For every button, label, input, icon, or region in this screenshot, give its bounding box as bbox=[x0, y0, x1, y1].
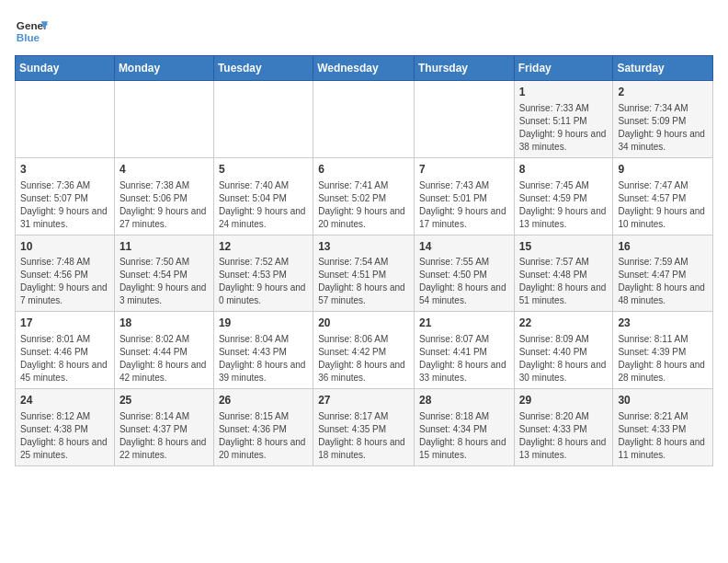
day-number: 30 bbox=[618, 393, 708, 408]
calendar-cell bbox=[213, 81, 313, 158]
calendar-cell: 19Sunrise: 8:04 AM Sunset: 4:43 PM Dayli… bbox=[213, 312, 313, 389]
calendar-cell: 23Sunrise: 8:11 AM Sunset: 4:39 PM Dayli… bbox=[613, 312, 713, 389]
day-number: 27 bbox=[318, 393, 409, 408]
calendar-cell: 15Sunrise: 7:57 AM Sunset: 4:48 PM Dayli… bbox=[514, 235, 613, 312]
day-info: Sunrise: 7:52 AM Sunset: 4:53 PM Dayligh… bbox=[219, 256, 308, 307]
calendar-cell bbox=[313, 81, 415, 158]
calendar-cell: 24Sunrise: 8:12 AM Sunset: 4:38 PM Dayli… bbox=[16, 389, 115, 466]
day-number: 8 bbox=[519, 162, 609, 178]
calendar-cell: 12Sunrise: 7:52 AM Sunset: 4:53 PM Dayli… bbox=[213, 235, 313, 312]
day-number: 22 bbox=[519, 316, 609, 331]
day-number: 20 bbox=[318, 316, 409, 331]
calendar-cell: 27Sunrise: 8:17 AM Sunset: 4:35 PM Dayli… bbox=[313, 389, 415, 466]
day-info: Sunrise: 8:11 AM Sunset: 4:39 PM Dayligh… bbox=[618, 333, 708, 385]
logo-icon: General Blue bbox=[15, 15, 48, 48]
day-info: Sunrise: 7:36 AM Sunset: 5:07 PM Dayligh… bbox=[20, 179, 109, 231]
calendar-cell: 22Sunrise: 8:09 AM Sunset: 4:40 PM Dayli… bbox=[514, 312, 613, 389]
day-info: Sunrise: 7:45 AM Sunset: 4:59 PM Dayligh… bbox=[519, 179, 609, 231]
calendar-cell bbox=[114, 81, 213, 158]
day-number: 13 bbox=[318, 239, 409, 255]
day-info: Sunrise: 7:47 AM Sunset: 4:57 PM Dayligh… bbox=[618, 179, 708, 231]
day-info: Sunrise: 7:34 AM Sunset: 5:09 PM Dayligh… bbox=[618, 102, 708, 154]
calendar-cell: 8Sunrise: 7:45 AM Sunset: 4:59 PM Daylig… bbox=[514, 157, 613, 235]
day-number: 26 bbox=[219, 393, 308, 408]
day-info: Sunrise: 8:06 AM Sunset: 4:42 PM Dayligh… bbox=[318, 333, 409, 385]
day-info: Sunrise: 7:33 AM Sunset: 5:11 PM Dayligh… bbox=[519, 102, 609, 154]
day-info: Sunrise: 8:01 AM Sunset: 4:46 PM Dayligh… bbox=[20, 333, 109, 385]
calendar-week-row: 24Sunrise: 8:12 AM Sunset: 4:38 PM Dayli… bbox=[16, 389, 713, 466]
day-number: 11 bbox=[119, 239, 209, 255]
day-number: 5 bbox=[219, 162, 308, 178]
day-info: Sunrise: 7:50 AM Sunset: 4:54 PM Dayligh… bbox=[119, 256, 209, 307]
day-number: 23 bbox=[618, 316, 708, 331]
day-number: 6 bbox=[318, 162, 409, 178]
calendar-cell: 17Sunrise: 8:01 AM Sunset: 4:46 PM Dayli… bbox=[16, 312, 115, 389]
day-info: Sunrise: 7:43 AM Sunset: 5:01 PM Dayligh… bbox=[419, 179, 509, 231]
column-header-wednesday: Wednesday bbox=[313, 56, 415, 81]
calendar-cell: 16Sunrise: 7:59 AM Sunset: 4:47 PM Dayli… bbox=[613, 235, 713, 312]
day-number: 17 bbox=[20, 316, 109, 331]
day-info: Sunrise: 7:48 AM Sunset: 4:56 PM Dayligh… bbox=[20, 256, 109, 307]
day-number: 24 bbox=[20, 393, 109, 408]
day-number: 3 bbox=[20, 162, 109, 178]
day-number: 15 bbox=[519, 239, 609, 255]
calendar-cell: 29Sunrise: 8:20 AM Sunset: 4:33 PM Dayli… bbox=[514, 389, 613, 466]
column-header-friday: Friday bbox=[514, 56, 613, 81]
day-info: Sunrise: 7:57 AM Sunset: 4:48 PM Dayligh… bbox=[519, 256, 609, 307]
svg-text:Blue: Blue bbox=[17, 31, 40, 43]
column-header-tuesday: Tuesday bbox=[213, 56, 313, 81]
day-number: 16 bbox=[618, 239, 708, 255]
day-number: 21 bbox=[419, 316, 509, 331]
day-info: Sunrise: 8:02 AM Sunset: 4:44 PM Dayligh… bbox=[119, 333, 209, 385]
day-info: Sunrise: 8:14 AM Sunset: 4:37 PM Dayligh… bbox=[119, 410, 209, 462]
calendar-table: SundayMondayTuesdayWednesdayThursdayFrid… bbox=[15, 55, 713, 466]
day-number: 2 bbox=[618, 85, 708, 100]
calendar-cell: 13Sunrise: 7:54 AM Sunset: 4:51 PM Dayli… bbox=[313, 235, 415, 312]
calendar-cell: 28Sunrise: 8:18 AM Sunset: 4:34 PM Dayli… bbox=[414, 389, 514, 466]
calendar-cell: 4Sunrise: 7:38 AM Sunset: 5:06 PM Daylig… bbox=[114, 157, 213, 235]
day-info: Sunrise: 7:40 AM Sunset: 5:04 PM Dayligh… bbox=[219, 179, 308, 231]
day-info: Sunrise: 8:20 AM Sunset: 4:33 PM Dayligh… bbox=[519, 410, 609, 462]
calendar-cell: 18Sunrise: 8:02 AM Sunset: 4:44 PM Dayli… bbox=[114, 312, 213, 389]
day-number: 1 bbox=[519, 85, 609, 100]
day-info: Sunrise: 8:12 AM Sunset: 4:38 PM Dayligh… bbox=[20, 410, 109, 462]
calendar-cell: 1Sunrise: 7:33 AM Sunset: 5:11 PM Daylig… bbox=[514, 81, 613, 158]
day-number: 12 bbox=[219, 239, 308, 255]
calendar-cell: 5Sunrise: 7:40 AM Sunset: 5:04 PM Daylig… bbox=[213, 157, 313, 235]
day-info: Sunrise: 8:15 AM Sunset: 4:36 PM Dayligh… bbox=[219, 410, 308, 462]
column-header-monday: Monday bbox=[114, 56, 213, 81]
calendar-cell: 25Sunrise: 8:14 AM Sunset: 4:37 PM Dayli… bbox=[114, 389, 213, 466]
calendar-cell: 7Sunrise: 7:43 AM Sunset: 5:01 PM Daylig… bbox=[414, 157, 514, 235]
day-number: 10 bbox=[20, 239, 109, 255]
calendar-week-row: 10Sunrise: 7:48 AM Sunset: 4:56 PM Dayli… bbox=[16, 235, 713, 312]
day-number: 28 bbox=[419, 393, 509, 408]
day-number: 9 bbox=[618, 162, 708, 178]
page-header: General Blue bbox=[15, 15, 713, 48]
column-header-sunday: Sunday bbox=[16, 56, 115, 81]
day-info: Sunrise: 7:55 AM Sunset: 4:50 PM Dayligh… bbox=[419, 256, 509, 307]
calendar-cell: 21Sunrise: 8:07 AM Sunset: 4:41 PM Dayli… bbox=[414, 312, 514, 389]
calendar-cell: 6Sunrise: 7:41 AM Sunset: 5:02 PM Daylig… bbox=[313, 157, 415, 235]
day-info: Sunrise: 7:38 AM Sunset: 5:06 PM Dayligh… bbox=[119, 179, 209, 231]
calendar-cell: 2Sunrise: 7:34 AM Sunset: 5:09 PM Daylig… bbox=[613, 81, 713, 158]
calendar-cell: 11Sunrise: 7:50 AM Sunset: 4:54 PM Dayli… bbox=[114, 235, 213, 312]
calendar-cell: 9Sunrise: 7:47 AM Sunset: 4:57 PM Daylig… bbox=[613, 157, 713, 235]
calendar-cell: 10Sunrise: 7:48 AM Sunset: 4:56 PM Dayli… bbox=[16, 235, 115, 312]
column-header-saturday: Saturday bbox=[613, 56, 713, 81]
calendar-cell bbox=[16, 81, 115, 158]
day-info: Sunrise: 7:59 AM Sunset: 4:47 PM Dayligh… bbox=[618, 256, 708, 307]
calendar-cell bbox=[414, 81, 514, 158]
day-info: Sunrise: 8:17 AM Sunset: 4:35 PM Dayligh… bbox=[318, 410, 409, 462]
day-info: Sunrise: 8:07 AM Sunset: 4:41 PM Dayligh… bbox=[419, 333, 509, 385]
logo: General Blue bbox=[15, 15, 48, 48]
calendar-header-row: SundayMondayTuesdayWednesdayThursdayFrid… bbox=[16, 56, 713, 81]
calendar-week-row: 17Sunrise: 8:01 AM Sunset: 4:46 PM Dayli… bbox=[16, 312, 713, 389]
day-number: 19 bbox=[219, 316, 308, 331]
day-info: Sunrise: 7:41 AM Sunset: 5:02 PM Dayligh… bbox=[318, 179, 409, 231]
calendar-cell: 3Sunrise: 7:36 AM Sunset: 5:07 PM Daylig… bbox=[16, 157, 115, 235]
day-number: 29 bbox=[519, 393, 609, 408]
calendar-cell: 30Sunrise: 8:21 AM Sunset: 4:33 PM Dayli… bbox=[613, 389, 713, 466]
day-info: Sunrise: 8:09 AM Sunset: 4:40 PM Dayligh… bbox=[519, 333, 609, 385]
day-info: Sunrise: 8:21 AM Sunset: 4:33 PM Dayligh… bbox=[618, 410, 708, 462]
day-number: 18 bbox=[119, 316, 209, 331]
